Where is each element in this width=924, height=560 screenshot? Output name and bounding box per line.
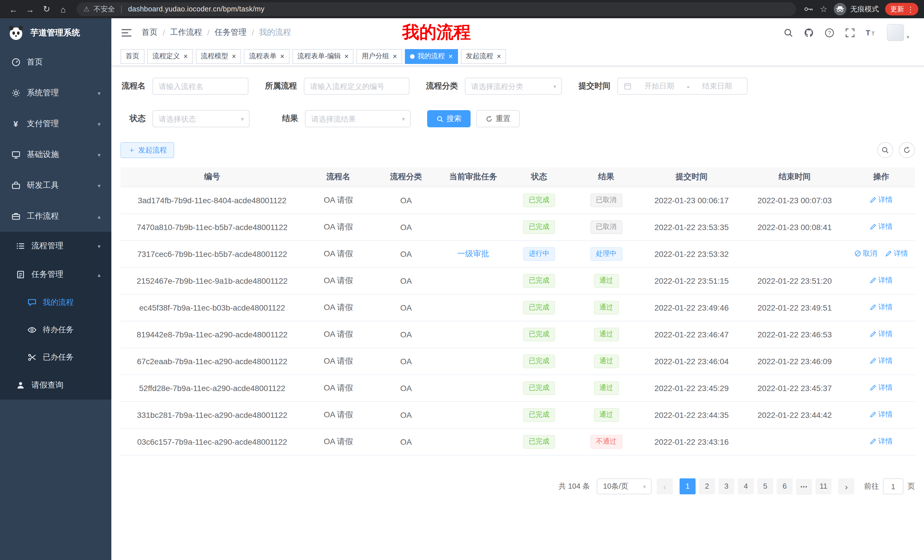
briefcase-icon (11, 211, 21, 221)
toggle-search-button[interactable] (877, 142, 893, 158)
search-icon[interactable] (784, 28, 794, 37)
detail-action[interactable]: 详情 (870, 195, 892, 205)
browser-menu-icon[interactable]: ⋮ (907, 5, 914, 13)
cell-category: OA (373, 187, 439, 214)
tab-close-icon[interactable]: × (183, 52, 188, 60)
chevron-down-icon: ▾ (98, 90, 100, 96)
detail-action[interactable]: 详情 (870, 410, 892, 419)
process-name-input[interactable] (153, 78, 248, 95)
pager-page-button[interactable]: 11 (816, 478, 831, 494)
pager-page-button[interactable]: 6 (777, 478, 793, 494)
update-label: 更新 (890, 4, 904, 14)
chevron-down-icon: ▾ (98, 121, 100, 127)
tab-label: 流程定义 (153, 51, 180, 61)
tags-view-tab[interactable]: 流程表单 × (244, 49, 289, 64)
tags-view-tab[interactable]: 流程表单-编辑 × (292, 49, 354, 64)
cancel-action[interactable]: 取消 (854, 249, 877, 259)
detail-action[interactable]: 详情 (885, 249, 908, 259)
home-icon[interactable]: ⌂ (56, 1, 71, 17)
tags-view-tab[interactable]: 发起流程 × (460, 49, 506, 64)
cell-category: OA (373, 374, 439, 401)
tab-close-icon[interactable]: × (280, 52, 284, 60)
search-button[interactable]: 搜索 (427, 110, 471, 127)
detail-action[interactable]: 详情 (870, 437, 892, 446)
sidebar-item-done-tasks[interactable]: 已办任务 (0, 344, 111, 371)
sidebar-item-system[interactable]: 系统管理 ▾ (0, 78, 111, 108)
pager-page-button[interactable]: 2 (699, 478, 715, 494)
tab-close-icon[interactable]: × (393, 52, 397, 60)
github-icon[interactable] (804, 28, 814, 37)
incognito-profile-badge[interactable]: 无痕模式 (834, 3, 879, 15)
cancel-icon (854, 250, 861, 257)
app-title: 芋道管理系统 (30, 27, 80, 38)
breadcrumb-home[interactable]: 首页 (142, 27, 158, 38)
user-avatar-menu[interactable]: ▾ (887, 24, 909, 41)
back-icon[interactable]: ← (6, 1, 21, 17)
tags-view-tab[interactable]: 流程模型 × (196, 49, 241, 64)
sidebar-item-my-process[interactable]: 我的流程 (0, 289, 111, 316)
refresh-table-button[interactable] (899, 142, 915, 158)
tab-close-icon[interactable]: × (448, 52, 453, 60)
detail-action[interactable]: 详情 (870, 222, 892, 232)
category-select[interactable]: ▾ (465, 78, 562, 95)
cell-category: OA (373, 214, 439, 240)
reset-button[interactable]: 重置 (476, 110, 520, 127)
status-select[interactable]: ▾ (153, 110, 249, 127)
pager-page-button[interactable]: 4 (738, 478, 754, 494)
result-select[interactable]: ▾ (305, 110, 411, 127)
next-page-button[interactable]: › (838, 479, 854, 495)
tags-view-tab[interactable]: 首页 (120, 49, 144, 64)
sidebar-item-leave-query[interactable]: 请假查询 (0, 371, 111, 400)
process-definition-input[interactable] (304, 78, 410, 95)
tags-view-tab[interactable]: 用户分组 × (357, 49, 402, 64)
tags-view-tab[interactable]: 我的流程 × (405, 49, 458, 64)
sidebar-item-home[interactable]: 首页 (0, 47, 111, 78)
sidebar-item-infra[interactable]: 基础设施 ▾ (0, 139, 111, 170)
detail-action[interactable]: 详情 (870, 356, 892, 366)
detail-action[interactable]: 详情 (870, 329, 892, 339)
goto-page-input[interactable] (883, 479, 903, 495)
prev-page-button[interactable]: ‹ (657, 479, 673, 495)
help-icon[interactable]: ? (825, 28, 835, 37)
sidebar-item-process-management[interactable]: 流程管理 ▾ (0, 232, 111, 260)
pager-page-button[interactable]: 1 (680, 478, 696, 494)
fullscreen-icon[interactable] (846, 28, 855, 37)
address-bar[interactable]: ⚠ 不安全 dashboard.yudao.iocoder.cn/bpm/tas… (76, 2, 796, 16)
result-tag: 通过 (594, 301, 619, 314)
date-range-picker[interactable]: 开始日期 - 结束日期 (617, 78, 747, 95)
forward-icon[interactable]: → (22, 1, 38, 17)
tab-close-icon[interactable]: × (344, 52, 349, 60)
address-divider (122, 5, 122, 13)
tab-close-icon[interactable]: × (496, 52, 501, 60)
app-logo[interactable]: 芋道管理系统 (0, 18, 111, 47)
pager-page-button[interactable]: 5 (757, 478, 773, 494)
reload-icon[interactable]: ↻ (39, 1, 54, 17)
sidebar-item-todo-tasks[interactable]: 待办任务 (0, 316, 111, 344)
sidebar-item-devtools[interactable]: 研发工具 ▾ (0, 170, 111, 201)
tab-close-icon[interactable]: × (232, 52, 236, 60)
filter-form: 流程名 所属流程 流程分类 ▾ 提交时间 (120, 78, 915, 127)
browser-update-button[interactable]: 更新 ⋮ (885, 3, 918, 15)
detail-action[interactable]: 详情 (870, 302, 892, 312)
chevron-up-icon: ▴ (98, 213, 100, 220)
start-process-button[interactable]: ＋ 发起流程 (120, 142, 174, 158)
pager-ellipsis[interactable]: ••• (796, 479, 812, 495)
breadcrumb-task-management[interactable]: 任务管理 (215, 27, 247, 38)
breadcrumb-workflow[interactable]: 工作流程 (170, 27, 202, 38)
sidebar-item-workflow[interactable]: 工作流程 ▴ (0, 201, 111, 232)
hamburger-menu-icon[interactable] (121, 28, 132, 37)
status-tag: 已完成 (523, 301, 555, 314)
current-task-link[interactable]: 一级审批 (457, 249, 489, 258)
cell-end-time: 2022-01-23 00:08:41 (742, 214, 848, 240)
pager-page-button[interactable]: 3 (718, 478, 734, 494)
page-size-select[interactable]: ▾ (597, 479, 652, 495)
sidebar-item-task-management[interactable]: 任务管理 ▴ (0, 260, 111, 289)
bookmark-star-icon[interactable]: ☆ (820, 4, 828, 14)
detail-action[interactable]: 详情 (870, 276, 892, 285)
sidebar-item-payment[interactable]: ¥ 支付管理 ▾ (0, 108, 111, 139)
font-size-icon[interactable]: TT (866, 28, 876, 37)
detail-action[interactable]: 详情 (870, 383, 892, 393)
tags-view-tab[interactable]: 流程定义 × (147, 49, 193, 64)
cell-id: 3ad174fb-7b9d-11ec-8404-acde48001122 (120, 187, 304, 214)
password-key-icon[interactable] (804, 6, 813, 12)
